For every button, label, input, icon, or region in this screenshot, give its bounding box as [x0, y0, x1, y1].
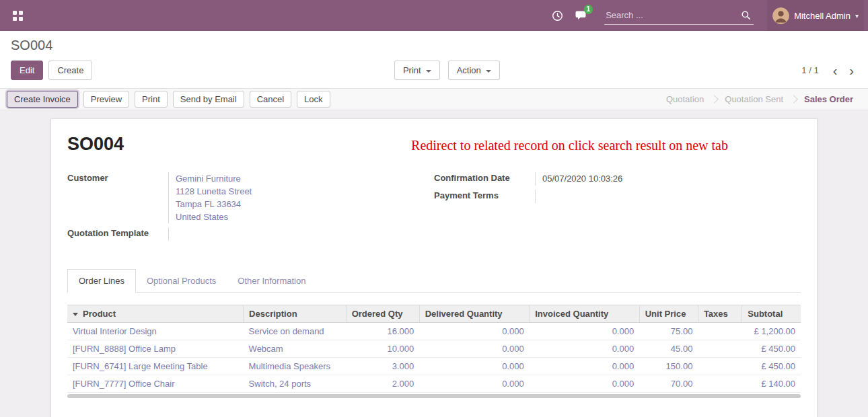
cell-subtotal: £ 450.00 [742, 340, 801, 358]
statusbar-buttons: Create Invoice Preview Print Send by Ema… [7, 91, 658, 108]
edit-button[interactable]: Edit [11, 61, 43, 80]
cell-ordered-qty: 16.000 [346, 323, 419, 340]
sort-desc-icon [73, 313, 78, 316]
status-pipeline: Quotation Quotation Sent Sales Order [658, 94, 868, 104]
statusbar: Create Invoice Preview Print Send by Ema… [0, 88, 868, 110]
topbar: 1 Mitchell Admin ▾ [0, 0, 868, 31]
pager: 1 / 1 ‹ › [801, 64, 857, 77]
column-description[interactable]: Description [244, 305, 347, 323]
column-delivered-quantity[interactable]: Delivered Quantity [419, 305, 530, 323]
customer-field: Customer Gemini Furniture 1128 Lunetta S… [67, 172, 434, 223]
stage-sales-order[interactable]: Sales Order [796, 94, 861, 104]
clock-icon [552, 10, 563, 22]
cell-unit-price: 45.00 [639, 340, 698, 358]
cell-description[interactable]: Service on demand [244, 323, 347, 340]
cell-product[interactable]: [FURN_7777] Office Chair [67, 375, 244, 393]
cell-unit-price: 75.00 [639, 323, 698, 340]
column-subtotal[interactable]: Subtotal [742, 305, 801, 323]
chevron-down-icon: ▾ [855, 12, 859, 20]
cell-unit-price: 70.00 [639, 375, 698, 393]
cell-product[interactable]: Virtual Interior Design [67, 323, 244, 340]
field-groups: Customer Gemini Furniture 1128 Lunetta S… [67, 172, 801, 245]
customer-city-link[interactable]: Tampa FL 33634 [176, 198, 434, 211]
app-window: 1 Mitchell Admin ▾ SO [0, 0, 868, 417]
column-ordered-qty[interactable]: Ordered Qty [346, 305, 419, 323]
cell-invoiced-qty: 0.000 [530, 375, 640, 393]
cell-ordered-qty: 3.000 [346, 358, 419, 375]
quotation-template-field: Quotation Template [67, 227, 434, 241]
quotation-template-label: Quotation Template [67, 227, 168, 238]
action-label: Action [457, 65, 481, 75]
column-taxes[interactable]: Taxes [698, 305, 742, 323]
search-input[interactable] [604, 7, 737, 23]
send-by-email-button[interactable]: Send by Email [173, 91, 244, 108]
tab-other-information[interactable]: Other Information [227, 270, 316, 292]
customer-value: Gemini Furniture 1128 Lunetta Street Tam… [168, 172, 434, 223]
grid-icon [13, 11, 23, 21]
pager-next-button[interactable]: › [846, 64, 857, 77]
stage-quotation-sent[interactable]: Quotation Sent [717, 94, 791, 104]
table-row[interactable]: [FURN_8888] Office Lamp Webcam 10.000 0.… [67, 340, 801, 358]
confirmation-date-value: 05/07/2020 10:03:26 [535, 172, 801, 186]
page-title: SO004 [67, 134, 124, 155]
field-group-right: Confirmation Date 05/07/2020 10:03:26 Pa… [434, 172, 801, 245]
customer-label: Customer [67, 172, 168, 183]
cell-ordered-qty: 2.000 [346, 375, 419, 393]
confirmation-date-text: 05/07/2020 10:03:26 [542, 174, 622, 184]
cell-description[interactable]: Switch, 24 ports [244, 375, 347, 393]
avatar [772, 7, 789, 24]
user-name: Mitchell Admin [794, 11, 851, 21]
cancel-button[interactable]: Cancel [250, 91, 291, 108]
field-group-left: Customer Gemini Furniture 1128 Lunetta S… [67, 172, 434, 245]
table-row[interactable]: Virtual Interior Design Service on deman… [67, 323, 801, 340]
cell-delivered-qty: 0.000 [419, 323, 530, 340]
customer-country-link[interactable]: United States [176, 211, 434, 223]
quotation-template-value [168, 227, 434, 241]
create-invoice-button[interactable]: Create Invoice [7, 91, 78, 108]
cell-product[interactable]: [FURN_8888] Office Lamp [67, 340, 244, 358]
cell-description[interactable]: Multimedia Speakers [244, 358, 347, 375]
column-invoiced-quantity[interactable]: Invoiced Quantity [530, 305, 640, 323]
topbar-search [604, 7, 754, 25]
customer-name-link[interactable]: Gemini Furniture [176, 172, 434, 185]
table-row[interactable]: [FURN_6741] Large Meeting Table Multimed… [67, 358, 801, 375]
person-avatar-icon [772, 7, 789, 24]
activities-button[interactable] [545, 0, 569, 31]
cell-taxes [698, 323, 742, 340]
column-unit-price[interactable]: Unit Price [639, 305, 698, 323]
cell-unit-price: 150.00 [639, 358, 698, 375]
print-dropdown-button[interactable]: Print [394, 61, 440, 80]
confirmation-date-label: Confirmation Date [434, 172, 535, 183]
pager-previous-button[interactable]: ‹ [830, 64, 841, 77]
payment-terms-value [535, 190, 801, 203]
user-menu[interactable]: Mitchell Admin ▾ [767, 0, 864, 31]
table-row[interactable]: [FURN_7777] Office Chair Switch, 24 port… [67, 375, 801, 393]
column-product[interactable]: Product [67, 305, 244, 323]
pager-count: 1 / 1 [801, 65, 818, 75]
cell-description[interactable]: Webcam [244, 340, 347, 358]
cell-invoiced-qty: 0.000 [530, 358, 640, 375]
tab-order-lines[interactable]: Order Lines [67, 269, 136, 293]
tab-optional-products[interactable]: Optional Products [136, 270, 227, 292]
column-product-label: Product [83, 309, 116, 319]
apps-menu-button[interactable] [7, 5, 28, 26]
lock-button[interactable]: Lock [297, 91, 330, 108]
record-buttons: Edit Create [11, 61, 92, 80]
main-content: SO004 Redirect to related record on clic… [0, 110, 868, 417]
table-horizontal-scrollbar[interactable] [67, 394, 801, 398]
action-dropdown-button[interactable]: Action [448, 61, 500, 80]
record-sheet: SO004 Redirect to related record on clic… [50, 118, 818, 417]
print-button[interactable]: Print [135, 91, 168, 108]
create-button[interactable]: Create [48, 61, 92, 80]
caret-down-icon [426, 70, 431, 73]
cell-ordered-qty: 10.000 [346, 340, 419, 358]
confirmation-date-field: Confirmation Date 05/07/2020 10:03:26 [434, 172, 801, 186]
customer-street-link[interactable]: 1128 Lunetta Street [176, 185, 434, 198]
stage-quotation[interactable]: Quotation [658, 94, 712, 104]
search-icon[interactable] [737, 7, 754, 24]
cell-product[interactable]: [FURN_6741] Large Meeting Table [67, 358, 244, 375]
breadcrumb: SO004 [11, 38, 857, 53]
preview-button[interactable]: Preview [83, 91, 129, 108]
payment-terms-label: Payment Terms [434, 190, 535, 200]
messages-button[interactable]: 1 [569, 0, 593, 31]
